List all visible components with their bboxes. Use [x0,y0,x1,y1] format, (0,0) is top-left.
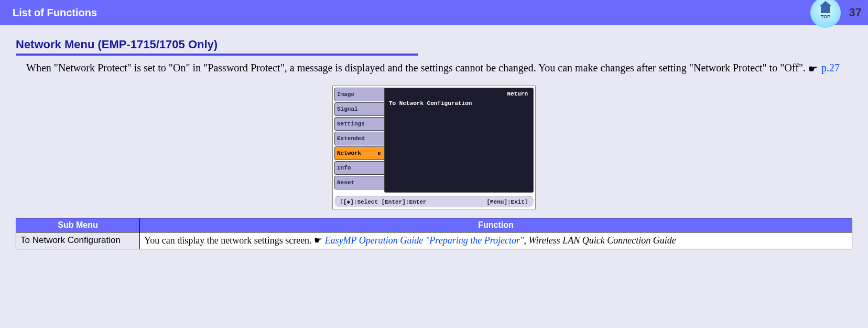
menu-tab-list: ImageSignalSettingsExtendedNetwork◐InfoR… [334,88,385,193]
menu-tab-info[interactable]: Info [334,161,385,175]
menu-panel: Return To Network Configuration [384,88,534,193]
panel-return-label: Return [507,91,528,97]
top-label: TOP [821,14,830,19]
home-icon [821,6,830,13]
header-bar: List of Functions TOP 37 [0,0,868,25]
section-rule [16,54,418,56]
comma: , [524,235,529,246]
top-nav-icon[interactable]: TOP [810,0,841,28]
menu-screenshot: ImageSignalSettingsExtendedNetwork◐InfoR… [332,86,536,209]
body-leading-text: When "Network Protect" is set to "On" in… [26,62,808,73]
table-row: To Network Configuration You can display… [16,232,852,249]
th-function: Function [140,218,852,232]
menu-footer: 〔[◆]:Select [Enter]:Enter [Menu]:Exit〕 [334,196,534,207]
hand-icon: ☛ [314,235,322,246]
page-reference-link[interactable]: p.27 [821,62,840,73]
td-function: You can display the network settings scr… [140,232,852,249]
menu-tab-image[interactable]: Image [334,88,385,101]
th-submenu: Sub Menu [16,218,140,232]
td-submenu: To Network Configuration [16,232,140,249]
enter-icon: ◐ [378,150,381,156]
menu-tab-signal[interactable]: Signal [334,102,385,116]
menu-tab-reset[interactable]: Reset [334,176,385,189]
hand-icon: ☛ [808,62,819,69]
body-paragraph: When "Network Protect" is set to "On" in… [16,61,852,75]
footer-left: 〔[◆]:Select [Enter]:Enter [338,198,426,206]
menu-tab-network[interactable]: Network◐ [334,146,385,160]
footer-right: [Menu]:Exit〕 [486,198,530,206]
section-title: Network Menu (EMP-1715/1705 Only) [16,38,852,51]
menu-tab-extended[interactable]: Extended [334,132,385,145]
page-number: 37 [849,6,862,19]
menu-body: ImageSignalSettingsExtendedNetwork◐InfoR… [333,86,535,194]
function-table: Sub Menu Function To Network Configurati… [16,218,852,249]
func-text: You can display the network settings scr… [144,235,314,246]
trailing-italic: Wireless LAN Quick Connection Guide [529,235,676,246]
header-title: List of Functions [13,7,97,19]
menu-tab-settings[interactable]: Settings [334,117,385,131]
easymp-link[interactable]: EasyMP Operation Guide "Preparing the Pr… [325,235,524,246]
content-area: Network Menu (EMP-1715/1705 Only) When "… [0,25,868,249]
panel-item: To Network Configuration [389,100,529,107]
